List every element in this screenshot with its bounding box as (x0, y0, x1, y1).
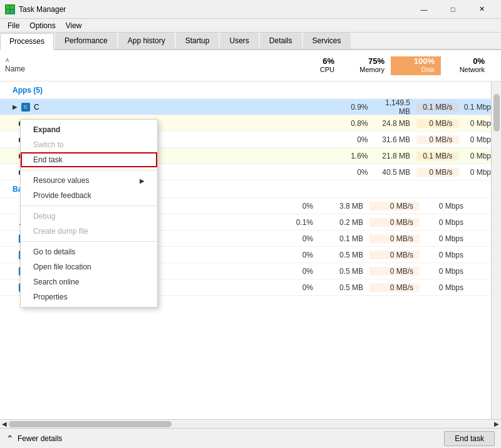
tab-startup[interactable]: Startup (176, 33, 219, 49)
disk-cell: 0 MB/s (369, 267, 420, 276)
net-cell: 0 Mbps (420, 251, 470, 259)
cpu-cell: 0% (332, 135, 374, 144)
mem-cell: 0.2 MB (319, 218, 369, 227)
cpu-cell: 0% (332, 168, 374, 177)
disk-cell: 0 MB/s (369, 234, 420, 243)
network-column-header[interactable]: 0% Network (441, 56, 491, 75)
cpu-cell: 0% (269, 234, 319, 243)
tab-app-history[interactable]: App history (118, 33, 175, 49)
h-scroll-right-button[interactable]: ▶ (492, 420, 501, 427)
h-scroll-track[interactable] (9, 420, 492, 428)
mem-cell: 0.5 MB (319, 267, 369, 276)
disk-cell: 0 MB/s (416, 119, 459, 128)
ctx-expand[interactable]: Expand (21, 122, 157, 137)
fewer-details-button[interactable]: ⌃ Fewer details (6, 434, 62, 444)
minimize-button[interactable]: — (410, 0, 438, 19)
name-column-header[interactable]: ∧ Name (0, 56, 269, 75)
disk-label: Disk (421, 66, 435, 73)
mem-label: Memory (359, 66, 385, 73)
ctx-search-online[interactable]: Search online (21, 274, 157, 289)
ctx-sep-3 (21, 241, 157, 242)
menu-options[interactable]: Options (24, 20, 60, 31)
table-row[interactable]: ▶ C C 0.9% 1,149.5 MB 0.1 MB/s 0.1 Mbps (0, 99, 501, 115)
menu-bar: File Options View (0, 19, 501, 33)
window-title: Task Manager (19, 5, 66, 14)
cpu-cell: 0% (269, 251, 319, 259)
window-controls[interactable]: — □ ✕ (410, 0, 496, 19)
ctx-resource-label: Resource values (33, 176, 89, 185)
disk-cell: 0.1 MB/s (416, 103, 459, 112)
ctx-resource-values[interactable]: Resource values ▶ (21, 173, 157, 188)
tab-performance[interactable]: Performance (55, 33, 117, 49)
horizontal-scrollbar[interactable]: ◀ ▶ (0, 419, 501, 428)
memory-column-header[interactable]: 75% Memory (341, 56, 391, 75)
net-cell: 0 Mbps (420, 283, 470, 292)
disk-column-header[interactable]: 100% Disk (391, 56, 441, 75)
mem-cell: 3.8 MB (319, 202, 369, 211)
menu-view[interactable]: View (61, 20, 87, 31)
disk-percent: 100% (414, 56, 435, 66)
mem-cell: 0.1 MB (319, 234, 369, 243)
sort-arrow: ∧ (5, 56, 269, 63)
menu-file[interactable]: File (3, 20, 24, 31)
net-cell: 0 Mbps (420, 218, 470, 227)
ctx-open-file-location[interactable]: Open file location (21, 259, 157, 274)
cpu-cell: 0.1% (269, 218, 319, 227)
tab-processes[interactable]: Processes (0, 33, 54, 50)
context-menu: Expand Switch to End task Resource value… (20, 119, 158, 308)
app-icon (5, 4, 15, 14)
end-task-button[interactable]: End task (444, 431, 495, 446)
disk-cell: 0 MB/s (369, 202, 420, 211)
process-label: C (34, 103, 39, 112)
cpu-column-header[interactable]: 6% CPU (291, 56, 341, 75)
ctx-arrow-icon: ▶ (140, 177, 145, 184)
tab-users[interactable]: Users (220, 33, 258, 49)
status-bar: ⌃ Fewer details End task (0, 428, 501, 448)
cpu-cell: 0% (269, 267, 319, 276)
disk-cell: 0 MB/s (416, 168, 459, 177)
ctx-go-to-details[interactable]: Go to details (21, 244, 157, 259)
vertical-scrollbar[interactable] (491, 81, 501, 419)
mem-cell: 40.5 MB (374, 168, 417, 177)
cpu-cell: 0.8% (332, 119, 374, 128)
title-bar-left: Task Manager (5, 4, 66, 14)
stats-headers: 6% CPU 75% Memory 100% Disk 0% Network (269, 56, 501, 75)
section-apps: Apps (5) (0, 81, 501, 99)
expand-icon[interactable]: ▶ (13, 103, 18, 110)
disk-cell: 0 MB/s (369, 283, 420, 292)
mem-cell: 31.6 MB (374, 135, 417, 144)
ctx-create-dump[interactable]: Create dump file (21, 224, 157, 239)
process-icon: C (21, 103, 30, 112)
cpu-percent: 6% (323, 56, 334, 66)
h-scroll-thumb[interactable] (9, 421, 172, 427)
net-cell: 0 Mbps (420, 267, 470, 276)
cpu-cell: 0% (269, 283, 319, 292)
disk-cell: 0 MB/s (369, 251, 420, 259)
maximize-button[interactable]: □ (438, 0, 467, 19)
scrollbar-spacer (491, 56, 501, 75)
scroll-thumb[interactable] (493, 94, 500, 132)
tab-details[interactable]: Details (260, 33, 302, 49)
svg-rect-1 (11, 6, 14, 9)
disk-cell: 0 MB/s (416, 135, 459, 144)
chevron-down-icon: ⌃ (6, 434, 14, 444)
ctx-provide-feedback[interactable]: Provide feedback (21, 188, 157, 203)
cpu-cell: 0% (269, 202, 319, 211)
svg-rect-3 (11, 10, 14, 13)
net-percent: 0% (473, 56, 485, 66)
name-label: Name (5, 65, 269, 73)
ctx-debug[interactable]: Debug (21, 209, 157, 224)
main-content: ∧ Name 6% CPU 75% Memory 100% Disk 0% Ne… (0, 50, 501, 428)
mem-cell: 24.8 MB (374, 119, 417, 128)
ctx-properties[interactable]: Properties (21, 289, 157, 305)
title-bar: Task Manager — □ ✕ (0, 0, 501, 19)
column-headers: ∧ Name 6% CPU 75% Memory 100% Disk 0% Ne… (0, 50, 501, 81)
ctx-end-task[interactable]: End task (21, 152, 157, 167)
ctx-sep-2 (21, 206, 157, 206)
ctx-sep-1 (21, 170, 157, 170)
tab-services[interactable]: Services (303, 33, 351, 49)
close-button[interactable]: ✕ (467, 0, 496, 19)
ctx-switch-to[interactable]: Switch to (21, 137, 157, 152)
h-scroll-left-button[interactable]: ◀ (0, 420, 9, 427)
net-cell: 0 Mbps (420, 234, 470, 243)
